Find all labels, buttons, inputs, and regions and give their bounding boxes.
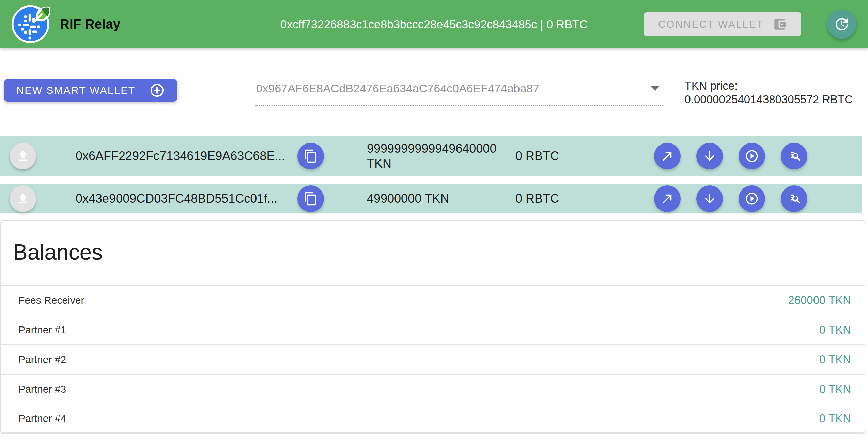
copy-address-button[interactable] <box>297 185 324 212</box>
refresh-clock-icon <box>834 16 850 32</box>
execute-button[interactable] <box>739 185 765 212</box>
upload-icon <box>16 149 30 163</box>
balances-card: Balances Fees Receiver 260000 TKN Partne… <box>0 220 865 434</box>
rif-relay-page: RIF Relay 0xcff73226883c1ce8b3bccc28e45c… <box>0 0 868 441</box>
connected-account-info: 0xcff73226883c1ce8b3bccc28e45c3c92c84348… <box>280 18 588 31</box>
rbtc-balance: 0 RBTC <box>515 149 618 163</box>
copy-icon <box>304 149 318 163</box>
token-price-label: TKN price: <box>685 79 853 93</box>
add-circle-icon <box>149 82 165 98</box>
balances-title: Balances <box>13 240 865 264</box>
receive-button[interactable] <box>696 143 723 169</box>
balance-label: Partner #1 <box>18 324 66 336</box>
deploy-upload-button[interactable] <box>10 185 36 212</box>
header-actions: CONNECT WALLET <box>644 10 856 39</box>
inspect-button[interactable] <box>781 143 807 169</box>
smart-wallet-row: 0x6AFF2292Fc7134619E9A63C68E... 99999999… <box>0 136 862 176</box>
smart-wallet-address: 0x43e9009CD03FC48BD551Cc01f... <box>36 192 297 206</box>
balance-value: 0 TKN <box>819 323 851 336</box>
arrow-down-icon <box>702 149 717 163</box>
chevron-down-icon <box>651 86 660 91</box>
wallet-actions <box>654 150 807 163</box>
balance-row: Partner #2 0 TKN <box>1 344 865 374</box>
token-balance: 49900000 TKN <box>367 191 513 206</box>
token-price-value: 0.00000254014380305572 RBTC <box>685 93 853 106</box>
manage-search-icon <box>787 149 801 163</box>
connect-wallet-button[interactable]: CONNECT WALLET <box>644 12 801 36</box>
upload-icon <box>16 192 30 206</box>
balance-value: 260000 TKN <box>788 294 851 307</box>
balance-row: Partner #1 0 TKN <box>1 315 865 344</box>
toolbar: NEW SMART WALLET 0x967AF6E8ACdB2476Ea634… <box>0 48 868 106</box>
smart-wallet-row: 0x43e9009CD03FC48BD551Cc01f... 49900000 … <box>0 184 862 213</box>
transfer-button[interactable] <box>654 185 681 212</box>
inspect-button[interactable] <box>781 185 807 212</box>
smart-wallet-list: 0x6AFF2292Fc7134619E9A63C68E... 99999999… <box>0 136 868 213</box>
balance-label: Partner #4 <box>18 413 66 424</box>
wallet-icon <box>773 17 787 31</box>
balance-row: Partner #3 0 TKN <box>1 374 865 404</box>
balance-row: Fees Receiver 260000 TKN <box>1 285 865 315</box>
manage-search-icon <box>787 192 801 206</box>
balance-row: Partner #4 0 TKN <box>1 404 865 433</box>
rbtc-balance: 0 RBTC <box>515 192 618 206</box>
balance-label: Fees Receiver <box>18 294 84 306</box>
receive-button[interactable] <box>696 185 723 212</box>
token-price: TKN price: 0.00000254014380305572 RBTC <box>685 79 853 106</box>
balance-value: 0 TKN <box>819 383 851 396</box>
new-smart-wallet-button[interactable]: NEW SMART WALLET <box>4 79 177 102</box>
smart-wallet-select-value: 0x967AF6E8ACdB2476Ea634aC764c0A6EF474aba… <box>256 82 540 95</box>
wallet-actions <box>654 192 807 205</box>
arrow-down-icon <box>702 192 717 206</box>
arrow-up-right-icon <box>660 149 675 163</box>
rif-relay-logo-icon <box>12 4 52 44</box>
app-title: RIF Relay <box>60 17 121 32</box>
execute-button[interactable] <box>739 143 765 169</box>
app-header: RIF Relay 0xcff73226883c1ce8b3bccc28e45c… <box>0 0 868 48</box>
balance-label: Partner #2 <box>18 354 66 365</box>
transfer-button[interactable] <box>654 143 681 169</box>
balance-label: Partner #3 <box>18 383 66 395</box>
new-smart-wallet-label: NEW SMART WALLET <box>16 85 136 96</box>
balance-value: 0 TKN <box>819 353 851 366</box>
token-balance: 9999999999949640000 TKN <box>367 141 513 171</box>
play-circle-icon <box>745 192 759 206</box>
smart-wallet-address: 0x6AFF2292Fc7134619E9A63C68E... <box>36 149 297 163</box>
arrow-up-right-icon <box>660 192 675 206</box>
copy-address-button[interactable] <box>297 143 324 169</box>
refresh-button[interactable] <box>827 10 856 39</box>
connect-wallet-label: CONNECT WALLET <box>658 18 764 30</box>
copy-icon <box>304 192 318 206</box>
deploy-upload-button[interactable] <box>10 143 36 169</box>
smart-wallet-select[interactable]: 0x967AF6E8ACdB2476Ea634aC764c0A6EF474aba… <box>255 79 663 106</box>
play-circle-icon <box>745 149 759 163</box>
balance-value: 0 TKN <box>819 412 851 425</box>
